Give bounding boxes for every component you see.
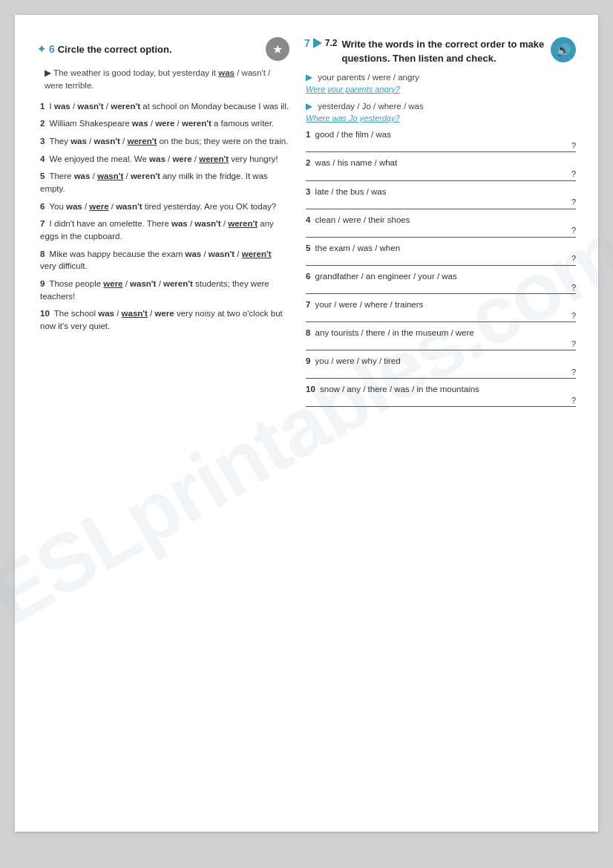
ex7-blank-7: [306, 312, 576, 322]
speaker-icon: 🔊: [551, 37, 576, 62]
ex6-item-6: 6 You was / were / wasn't tired yesterda…: [37, 200, 289, 213]
triangle-icon: [313, 38, 322, 48]
ex7-blank-5: [306, 255, 576, 266]
ex7-example1-answer: Were your parents angry?: [306, 85, 400, 94]
ex7-blank-4: [306, 227, 576, 238]
ex7-bullet-1: ▶: [306, 73, 312, 82]
ex7-item-4: 4 clean / were / their shoes: [304, 214, 576, 238]
ex6-item-1: 1 I was / wasn't / weren't at school on …: [37, 100, 289, 113]
exercise-6-section: ✦ 6 Circle the correct option. ★ ▶ The w…: [37, 37, 289, 411]
ex7-example2-prompt: yesterday / Jo / where / was: [318, 102, 424, 111]
ex7-blank-8: [306, 340, 576, 350]
section6-number: ✦ 6: [37, 43, 55, 55]
worksheet-page: ESLprintables.com ✦ 6 Circle the correct…: [15, 15, 598, 832]
ex6-item-5: 5 There was / wasn't / weren't any milk …: [37, 170, 289, 195]
section7-title-area: Write the words in the correct order to …: [341, 37, 545, 65]
example-text2: terrible.: [65, 81, 94, 90]
section7-title: Write the words in the correct order to …: [341, 39, 544, 64]
ex6-item-3: 3 They was / wasn't / weren't on the bus…: [37, 135, 289, 148]
main-content: ✦ 6 Circle the correct option. ★ ▶ The w…: [37, 37, 576, 411]
ex7-example2-answer: Where was Jo yesterday?: [306, 114, 400, 123]
ex7-blank-9: [306, 368, 576, 379]
ex7-blank-6: [306, 284, 576, 294]
ex6-item-7: 7 I didn't have an omelette. There was /…: [37, 218, 289, 242]
section7-sub: 7.2: [325, 38, 338, 48]
ex7-example-2: ▶ yesterday / Jo / where / was Where was…: [304, 100, 576, 124]
ex6-item-8: 8 Mike was happy because the exam was / …: [37, 248, 289, 273]
ex7-blank-10: [306, 397, 576, 407]
section7-number: 7: [304, 37, 310, 49]
section7-num-area: 7 7.2: [304, 37, 337, 49]
section6-example: ▶ The weather is good today, but yesterd…: [37, 67, 289, 93]
ex6-item-2: 2 William Shakespeare was / were / weren…: [37, 117, 289, 130]
ex7-example-1: ▶ your parents / were / angry Were your …: [304, 71, 576, 95]
example-text1: The weather is good today, but yesterday…: [53, 68, 216, 77]
exercise-7-section: 7 7.2 Write the words in the correct ord…: [304, 37, 576, 411]
ex6-item-10: 10 The school was / wasn't / were very n…: [37, 307, 289, 332]
star-icon: ★: [266, 37, 289, 61]
ex7-item-5: 5 the exam / was / when: [304, 242, 576, 266]
ex7-example1-prompt: your parents / were / angry: [318, 73, 419, 82]
ex7-item-9: 9 you / were / why / tired: [304, 355, 576, 379]
example-bullet: ▶: [45, 68, 51, 77]
ex6-item-4: 4 We enjoyed the meal. We was / were / w…: [37, 153, 289, 166]
ex7-blank-1: [306, 142, 576, 152]
example-slash2: /: [268, 68, 270, 77]
ex7-item-3: 3 late / the bus / was: [304, 186, 576, 209]
ex7-bullet-2: ▶: [306, 102, 312, 111]
ex7-item-2: 2 was / his name / what: [304, 157, 576, 180]
ex7-item-6: 6 grandfather / an engineer / your / was: [304, 270, 576, 294]
example-were: were: [45, 81, 63, 90]
ex7-blank-2: [306, 171, 576, 181]
ex7-item-1: 1 good / the film / was: [304, 128, 576, 152]
example-was: was: [218, 68, 235, 77]
ex6-item-9: 9 Those people were / wasn't / weren't s…: [37, 278, 289, 302]
ex7-item-8: 8 any tourists / there / in the museum /…: [304, 327, 576, 350]
ex7-blank-3: [306, 199, 576, 209]
section6-header: ✦ 6 Circle the correct option. ★: [37, 37, 289, 61]
ex7-item-10: 10 snow / any / there / was / in the mou…: [304, 383, 576, 407]
section6-title: Circle the correct option.: [58, 44, 172, 55]
section7-header: 7 7.2 Write the words in the correct ord…: [304, 37, 576, 65]
example-wasnt: wasn't: [242, 68, 266, 77]
ex7-item-7: 7 your / were / where / trainers: [304, 298, 576, 322]
